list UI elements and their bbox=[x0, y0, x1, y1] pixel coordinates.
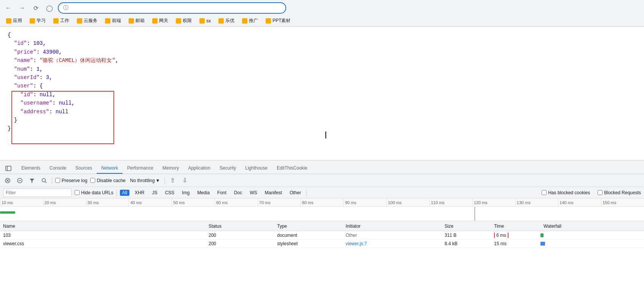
stop-recording-button[interactable] bbox=[3, 176, 12, 185]
devtools-sidebar-toggle[interactable] bbox=[3, 163, 14, 174]
table-row[interactable]: viewer.css 200 stylesheet viewer.js:7 8.… bbox=[0, 239, 644, 248]
address-bar[interactable]: ⓘ localhost:8088/order/103 bbox=[58, 2, 286, 14]
throttle-select[interactable]: No throttling ▼ bbox=[129, 177, 162, 184]
bookmark-item[interactable]: 应用 bbox=[3, 17, 25, 25]
bookmark-item[interactable]: 学习 bbox=[27, 17, 49, 25]
disable-cache-label: Disable cache bbox=[97, 178, 125, 183]
throttle-chevron: ▼ bbox=[155, 178, 160, 183]
timeline-tick: 100 ms bbox=[386, 198, 429, 206]
back-button[interactable]: ← bbox=[3, 3, 14, 13]
preserve-log-input[interactable] bbox=[55, 178, 60, 183]
cell-initiator: Other bbox=[343, 233, 442, 238]
bookmark-item[interactable]: PPT素材 bbox=[263, 17, 293, 25]
export-button[interactable]: ⇩ bbox=[180, 176, 189, 185]
bookmark-item[interactable]: 权限 bbox=[173, 17, 195, 25]
tab-application[interactable]: Application bbox=[183, 163, 215, 174]
filter-type-doc[interactable]: Doc bbox=[232, 190, 244, 196]
blocked-requests-label: Blocked Requests bbox=[604, 190, 641, 195]
bookmark-item[interactable]: 邮箱 bbox=[126, 17, 148, 25]
timeline-tick: 110 ms bbox=[429, 198, 472, 206]
tab-performance[interactable]: Performance bbox=[123, 163, 158, 174]
json-line: "user": { bbox=[8, 82, 636, 90]
tab-sources[interactable]: Sources bbox=[71, 163, 97, 174]
filter-type-media[interactable]: Media bbox=[195, 190, 212, 196]
col-header-status[interactable]: Status bbox=[206, 224, 274, 229]
json-line: "name": "骆驼（CAMEL）休闲运动鞋女", bbox=[8, 56, 636, 65]
json-line: "userId": 3, bbox=[8, 73, 636, 82]
folder-icon bbox=[176, 18, 181, 24]
filter-bar: Hide data URLs All XHR JS CSS Img Media … bbox=[0, 187, 644, 198]
has-blocked-cookies-input[interactable] bbox=[542, 190, 547, 195]
bookmark-item[interactable]: sx bbox=[196, 17, 214, 24]
blocked-requests-checkbox[interactable]: Blocked Requests bbox=[598, 190, 641, 195]
bookmark-item[interactable]: 工作 bbox=[50, 17, 72, 25]
col-header-initiator[interactable]: Initiator bbox=[343, 224, 442, 229]
devtools-panel: Elements Console Sources Network Perform… bbox=[0, 160, 644, 291]
toolbar-separator bbox=[164, 177, 165, 184]
bookmark-item[interactable]: 网关 bbox=[149, 17, 171, 25]
json-line: { bbox=[8, 31, 636, 39]
filter-separator bbox=[306, 189, 307, 196]
cell-type: document bbox=[274, 233, 343, 238]
filter-type-js[interactable]: JS bbox=[150, 190, 159, 196]
bookmark-label: 云服务 bbox=[84, 17, 97, 24]
col-header-waterfall[interactable]: Waterfall bbox=[540, 224, 644, 229]
filter-type-ws[interactable]: WS bbox=[247, 190, 259, 196]
clear-button[interactable] bbox=[15, 176, 24, 185]
tab-memory[interactable]: Memory bbox=[158, 163, 183, 174]
blocked-requests-input[interactable] bbox=[598, 190, 603, 195]
filter-type-img[interactable]: Img bbox=[180, 190, 192, 196]
col-header-size[interactable]: Size bbox=[442, 224, 491, 229]
address-input[interactable]: localhost:8088/order/103 bbox=[71, 5, 281, 11]
hide-data-urls-checkbox[interactable]: Hide data URLs bbox=[75, 190, 113, 195]
filter-type-manifest[interactable]: Manifest bbox=[263, 190, 284, 196]
col-header-type[interactable]: Type bbox=[274, 224, 343, 229]
cell-initiator[interactable]: viewer.js:7 bbox=[343, 241, 442, 246]
search-button[interactable] bbox=[40, 176, 49, 185]
disable-cache-checkbox[interactable]: Disable cache bbox=[90, 178, 125, 183]
filter-type-font[interactable]: Font bbox=[215, 190, 229, 196]
reload-button[interactable]: ⟳ bbox=[30, 3, 41, 13]
folder-icon bbox=[199, 18, 205, 24]
table-row[interactable]: 103 200 document Other 311 B 6 ms bbox=[0, 231, 644, 239]
tab-network[interactable]: Network bbox=[97, 163, 123, 174]
col-header-name[interactable]: Name bbox=[0, 224, 206, 229]
throttle-label: No throttling bbox=[130, 178, 155, 183]
hide-data-urls-input[interactable] bbox=[75, 190, 80, 195]
cell-size: 311 B bbox=[442, 233, 491, 238]
has-blocked-cookies-label: Has blocked cookies bbox=[548, 190, 590, 195]
bookmark-item[interactable]: 云服务 bbox=[74, 17, 100, 25]
filter-type-other[interactable]: Other bbox=[287, 190, 303, 196]
bookmark-item[interactable]: 乐优 bbox=[215, 17, 238, 25]
time-highlight: 6 ms bbox=[494, 233, 509, 238]
bookmark-item[interactable]: 前端 bbox=[102, 17, 124, 25]
timeline-tick: 140 ms bbox=[558, 198, 601, 206]
tab-editthiscookie[interactable]: EditThisCookie bbox=[272, 163, 312, 174]
tab-lighthouse[interactable]: Lighthouse bbox=[241, 163, 272, 174]
tab-elements[interactable]: Elements bbox=[17, 163, 45, 174]
text-cursor bbox=[325, 132, 326, 138]
waterfall-bar bbox=[540, 242, 545, 246]
tab-console[interactable]: Console bbox=[45, 163, 71, 174]
folder-icon bbox=[53, 18, 59, 24]
json-line: } bbox=[8, 116, 636, 124]
cell-name: viewer.css bbox=[0, 241, 206, 246]
filter-type-all[interactable]: All bbox=[120, 190, 129, 196]
filter-type-css[interactable]: CSS bbox=[163, 190, 177, 196]
col-header-time[interactable]: Time bbox=[491, 224, 540, 229]
filter-icon-button[interactable] bbox=[27, 176, 37, 185]
home-button[interactable]: ◯ bbox=[44, 3, 55, 13]
devtools-toolbar: Preserve log Disable cache No throttling… bbox=[0, 174, 644, 187]
disable-cache-input[interactable] bbox=[90, 178, 95, 183]
preserve-log-checkbox[interactable]: Preserve log bbox=[55, 178, 87, 183]
filter-type-xhr[interactable]: XHR bbox=[132, 190, 147, 196]
json-content: { "id": 103, "price": 43900, "name": "骆驼… bbox=[0, 27, 644, 160]
waterfall-cell bbox=[540, 239, 644, 248]
bookmark-item[interactable]: 推广 bbox=[239, 17, 261, 25]
import-button[interactable]: ⇧ bbox=[168, 176, 177, 185]
has-blocked-cookies-checkbox[interactable]: Has blocked cookies bbox=[542, 190, 590, 195]
filter-input[interactable] bbox=[3, 189, 72, 197]
forward-button[interactable]: → bbox=[17, 3, 27, 13]
tab-security[interactable]: Security bbox=[215, 163, 241, 174]
folder-icon bbox=[152, 18, 158, 24]
